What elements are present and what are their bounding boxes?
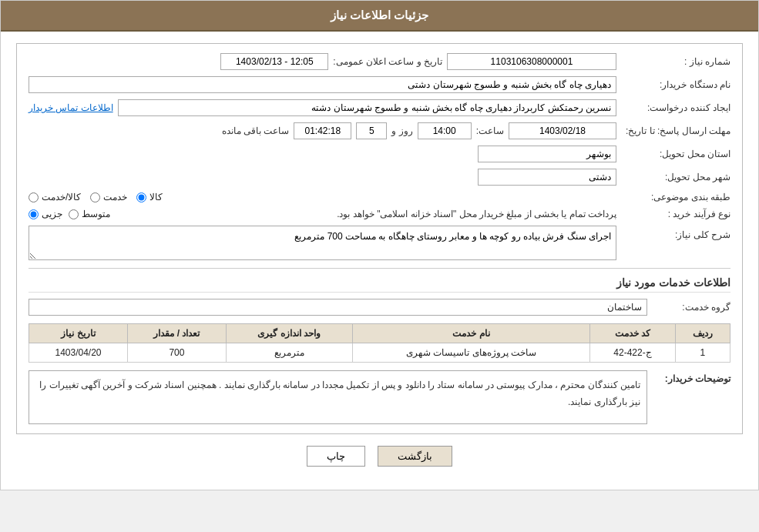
buyer-notes-label: توضیحات خریدار: (653, 370, 730, 384)
content-area: شماره نیاز : تاریخ و ساعت اعلان عمومی: ن… (1, 32, 758, 490)
buyer-name-value-col (29, 76, 616, 93)
buyer-name-label: نام دستگاه خریدار: (623, 79, 730, 90)
col-unit: واحد اندازه گیری (226, 324, 352, 343)
description-label: شرح کلی نیاز: (623, 226, 730, 240)
need-number-input[interactable] (447, 53, 616, 70)
page-header: جزئیات اطلاعات نیاز (1, 1, 758, 32)
col-service-name: نام خدمت (352, 324, 590, 343)
deadline-row: مهلت ارسال پاسخ: تا تاریخ: ساعت: روز و س… (29, 122, 730, 139)
creator-input[interactable] (118, 99, 616, 116)
deadline-days-input[interactable] (356, 122, 387, 139)
province-input[interactable] (478, 146, 616, 162)
process-small-label: جزیی (42, 209, 62, 219)
back-button[interactable]: بازگشت (378, 446, 452, 467)
buyer-name-row: نام دستگاه خریدار: (29, 76, 730, 93)
deadline-time-input[interactable] (418, 122, 472, 139)
buyer-name-input[interactable] (29, 76, 616, 93)
col-quantity: تعداد / مقدار (127, 324, 226, 343)
need-number-label: شماره نیاز : (623, 56, 730, 67)
services-table: ردیف کد خدمت نام خدمت واحد اندازه گیری ت… (29, 323, 730, 363)
process-medium-option[interactable]: متوسط (69, 209, 110, 219)
cell-row-num: 1 (675, 343, 730, 363)
col-service-code: کد خدمت (590, 324, 675, 343)
print-button[interactable]: چاپ (307, 446, 365, 467)
need-number-row: شماره نیاز : تاریخ و ساعت اعلان عمومی: (29, 53, 730, 70)
process-small-option[interactable]: جزیی (29, 209, 62, 219)
city-label: شهر محل تحویل: (623, 172, 730, 182)
buyer-notes-content: تامین کنندگان محترم ، مدارک پیوستی در سا… (29, 370, 647, 424)
category-goods-service-label: خدمت (103, 192, 127, 202)
cell-unit: مترمربع (226, 343, 352, 363)
deadline-value-col: ساعت: روز و ساعت باقی مانده (29, 122, 616, 139)
announce-label: تاریخ و ساعت اعلان عمومی: (333, 56, 442, 67)
province-value-col (29, 146, 616, 162)
category-goods-option[interactable]: کالا (136, 192, 163, 202)
services-section: اطلاعات خدمات مورد نیاز گروه خدمت: ساختم… (29, 276, 730, 363)
deadline-date-input[interactable] (509, 122, 616, 139)
buyer-notes-row: توضیحات خریدار: تامین کنندگان محترم ، مد… (29, 370, 730, 424)
deadline-remaining-input[interactable] (294, 122, 351, 139)
page-wrapper: جزئیات اطلاعات نیاز شماره نیاز : تاریخ و… (0, 0, 759, 490)
page-title: جزئیات اطلاعات نیاز (331, 8, 428, 22)
city-row: شهر محل تحویل: (29, 169, 730, 186)
table-body: 1 ج-422-42 ساخت پروژه‌های تاسیسات شهری م… (29, 343, 730, 363)
service-group-row: گروه خدمت: ساختمان (29, 299, 730, 316)
province-label: استان محل تحویل: (623, 149, 730, 159)
cell-service-name: ساخت پروژه‌های تاسیسات شهری (352, 343, 590, 363)
city-input[interactable] (478, 169, 616, 186)
section-divider (29, 268, 730, 269)
description-textarea[interactable]: اجرای سنگ فرش بیاده رو کوچه ها و معابر ر… (29, 226, 616, 260)
main-form: شماره نیاز : تاریخ و ساعت اعلان عمومی: ن… (16, 43, 743, 434)
table-header: ردیف کد خدمت نام خدمت واحد اندازه گیری ت… (29, 324, 730, 343)
need-number-value-col: تاریخ و ساعت اعلان عمومی: (29, 53, 616, 70)
category-goods-service-option[interactable]: خدمت (90, 192, 127, 202)
process-value-col: پرداخت تمام یا بخشی از مبلغ خریدار محل "… (29, 209, 616, 219)
deadline-time-label: ساعت: (476, 125, 504, 136)
category-label: طبقه بندی موضوعی: (623, 192, 730, 202)
col-date: تاریخ نیاز (29, 324, 128, 343)
description-value-col: اجرای سنگ فرش بیاده رو کوچه ها و معابر ر… (29, 226, 616, 260)
category-goods-label: کالا (149, 192, 163, 202)
service-group-value: ساختمان (29, 299, 647, 316)
services-section-title: اطلاعات خدمات مورد نیاز (29, 276, 730, 293)
table-header-row: ردیف کد خدمت نام خدمت واحد اندازه گیری ت… (29, 324, 730, 343)
table-row: 1 ج-422-42 ساخت پروژه‌های تاسیسات شهری م… (29, 343, 730, 363)
process-medium-label: متوسط (82, 209, 110, 219)
cell-date: 1403/04/20 (29, 343, 128, 363)
announce-date-input[interactable] (220, 53, 328, 70)
process-row: نوع فرآیند خرید : پرداخت تمام یا بخشی از… (29, 209, 730, 219)
deadline-remaining-label: ساعت باقی مانده (222, 125, 290, 136)
cell-service-code: ج-422-42 (590, 343, 675, 363)
process-label: نوع فرآیند خرید : (623, 209, 730, 219)
category-row: طبقه بندی موضوعی: کالا/خدمت خدمت کالا (29, 192, 730, 202)
category-radio-group: کالا/خدمت خدمت کالا (29, 192, 616, 202)
creator-contact-link[interactable]: اطلاعات تماس خریدار (29, 102, 113, 113)
service-group-label: گروه خدمت: (653, 302, 730, 313)
description-row: شرح کلی نیاز: اجرای سنگ فرش بیاده رو کوچ… (29, 226, 730, 260)
col-row-num: ردیف (675, 324, 730, 343)
process-note: پرداخت تمام یا بخشی از مبلغ خریدار محل "… (116, 209, 616, 219)
creator-value-col: اطلاعات تماس خریدار (29, 99, 616, 116)
category-service-label: کالا/خدمت (42, 192, 81, 202)
creator-label: ایجاد کننده درخواست: (623, 102, 730, 113)
cell-quantity: 700 (127, 343, 226, 363)
buttons-row: بازگشت چاپ (16, 446, 743, 478)
city-value-col (29, 169, 616, 186)
deadline-days-label: روز و (391, 125, 412, 136)
creator-row: ایجاد کننده درخواست: اطلاعات تماس خریدار (29, 99, 730, 116)
category-service-option[interactable]: کالا/خدمت (29, 192, 81, 202)
province-row: استان محل تحویل: (29, 146, 730, 162)
deadline-label: مهلت ارسال پاسخ: تا تاریخ: (623, 125, 730, 136)
